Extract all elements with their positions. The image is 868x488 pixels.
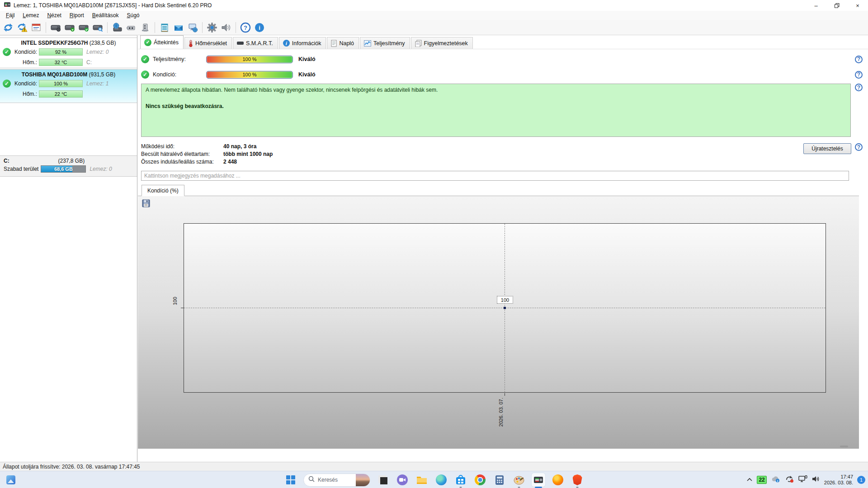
- taskbar-firefox-icon[interactable]: [551, 473, 565, 487]
- taskbar-paint-icon[interactable]: [512, 473, 526, 487]
- tray-temperature-badge[interactable]: 22: [757, 476, 766, 484]
- disk-search-icon[interactable]: [91, 21, 104, 34]
- svg-text:i: i: [777, 479, 778, 483]
- check-icon: ✓: [144, 39, 151, 46]
- connector-upright-icon[interactable]: [139, 21, 151, 34]
- search-icon: [308, 476, 315, 484]
- svg-text:?: ?: [244, 24, 247, 31]
- stat-label: Becsült hátralévő élettartam:: [141, 151, 223, 157]
- stat-value: több mint 1000 nap: [223, 151, 273, 157]
- status-bar: Állapot utoljára frissítve: 2026. 03. 08…: [0, 462, 868, 471]
- help-icon[interactable]: ?: [855, 71, 863, 79]
- taskbar-hdsentinel-icon[interactable]: [532, 473, 545, 487]
- help-icon[interactable]: ?: [855, 143, 863, 151]
- retest-button[interactable]: Újratesztelés: [803, 143, 851, 154]
- document-icon: [331, 40, 337, 47]
- network-disk-icon[interactable]: [111, 21, 123, 34]
- chart-scrollbar-thumb[interactable]: [840, 446, 848, 447]
- tray-sync-icon[interactable]: [785, 475, 794, 485]
- performance-bar: 100 %: [206, 56, 293, 63]
- menu-nezet[interactable]: Nézet: [43, 11, 65, 19]
- stat-label: Működési idő:: [141, 143, 223, 150]
- tab-naplo[interactable]: Napló: [327, 37, 359, 49]
- sound-speaker-icon[interactable]: [220, 21, 232, 34]
- mail-envelope-icon[interactable]: [172, 21, 185, 34]
- taskbar-file-explorer-icon[interactable]: [415, 473, 429, 487]
- taskbar-store-icon[interactable]: [454, 473, 467, 487]
- main-area: INTEL SSDPEKKF256G7H (238,5 GB) ✓ Kondíc…: [0, 35, 868, 462]
- health-text-box: A merevlemez állapota hibátlan. Nem talá…: [141, 84, 851, 137]
- menu-lemez[interactable]: Lemez: [19, 11, 43, 19]
- menu-beallitasok[interactable]: Beállítások: [88, 11, 123, 19]
- condition-bar: 92 %: [39, 48, 83, 56]
- refresh-alert-icon[interactable]: [16, 21, 28, 34]
- disk-arrow-icon[interactable]: [63, 21, 76, 34]
- taskbar-video-chat-icon[interactable]: [396, 473, 409, 487]
- info-icon[interactable]: i: [253, 21, 266, 34]
- taskbar-dark-app-icon[interactable]: [376, 473, 390, 487]
- condition-label: Kondíció:: [153, 71, 206, 78]
- start-button[interactable]: [284, 473, 297, 487]
- tray-chevron-icon[interactable]: [746, 476, 753, 484]
- tab-teljesitmeny[interactable]: Teljesítmény: [360, 37, 410, 49]
- tray-clock[interactable]: 17:47 2026. 03. 08.: [824, 474, 853, 486]
- disk-name: INTEL SSDPEKKF256G7H (238,5 GB): [0, 38, 137, 46]
- partition-letter: C:: [4, 158, 9, 164]
- minimize-button[interactable]: –: [806, 0, 826, 11]
- data-point-label: 100: [497, 296, 513, 304]
- restore-button[interactable]: [826, 0, 847, 11]
- tab-figyelmeztetesek[interactable]: Figyelmeztetések: [411, 37, 473, 49]
- menu-fajl[interactable]: Fájl: [2, 11, 19, 19]
- comment-input[interactable]: [141, 171, 849, 181]
- save-chart-icon[interactable]: [142, 199, 151, 208]
- help-icon[interactable]: ?: [855, 84, 863, 91]
- data-point: [504, 307, 506, 309]
- disk-panel-toshiba-selected[interactable]: TOSHIBA MQ01ABD100M (931,5 GB) ✓ Kondíci…: [0, 69, 137, 103]
- taskbar-brave-icon[interactable]: [571, 473, 584, 487]
- notification-badge[interactable]: 1: [857, 476, 865, 484]
- y-axis-tick-label: 100: [172, 297, 178, 305]
- x-axis-tick: [505, 393, 505, 396]
- temp-bar: 22 °C: [39, 90, 83, 98]
- menu-sugo[interactable]: Súgó: [123, 11, 143, 19]
- performance-row: ✓ Teljesítmény: 100 % Kiváló ?: [141, 54, 863, 65]
- tray-cloud-icon[interactable]: i: [771, 475, 781, 484]
- title-bar: Lemez: 1, TOSHIBA MQ01ABD100M [Z671SJX5S…: [0, 0, 868, 11]
- tray-network-icon[interactable]: [798, 475, 808, 484]
- tab-informaciok[interactable]: iInformációk: [279, 37, 326, 49]
- refresh-icon[interactable]: [2, 21, 14, 34]
- disk-ok-status-icon: ✓: [3, 80, 11, 88]
- tab-smart[interactable]: S.M.A.R.T.: [233, 37, 278, 49]
- taskbar-chrome-icon[interactable]: [473, 473, 487, 487]
- disk-panel-intel[interactable]: INTEL SSDPEKKF256G7H (238,5 GB) ✓ Kondíc…: [0, 38, 137, 68]
- toolbar-separator: [107, 22, 108, 33]
- connector-icon[interactable]: [125, 21, 137, 34]
- free-space-bar: 68,6 GB: [41, 165, 86, 173]
- disk-ok-icon[interactable]: [77, 21, 90, 34]
- report-window-icon[interactable]: [30, 21, 42, 34]
- menu-riport[interactable]: Riport: [66, 11, 88, 19]
- health-section: A merevlemez állapota hibátlan. Nem talá…: [141, 84, 863, 137]
- close-button[interactable]: ×: [847, 0, 868, 11]
- log-notepad-icon[interactable]: [158, 21, 171, 34]
- taskbar-search[interactable]: [303, 474, 370, 487]
- search-daily-image[interactable]: [356, 474, 370, 487]
- tab-attekintes[interactable]: ✓Áttekintés: [140, 35, 184, 49]
- status-text: Állapot utoljára frissítve: 2026. 03. 08…: [3, 464, 140, 470]
- taskbar-calculator-icon[interactable]: [493, 473, 506, 487]
- ok-icon: ✓: [141, 70, 149, 79]
- tab-homerseklet[interactable]: Hőmérséklet: [184, 37, 232, 49]
- taskbar-corner-widget-icon[interactable]: [5, 474, 17, 486]
- settings-gear-icon[interactable]: [206, 21, 218, 34]
- disk-info-icon[interactable]: [49, 21, 62, 34]
- help-icon[interactable]: ?: [239, 21, 252, 34]
- stat-label: Összes indulás/leállás száma:: [141, 159, 223, 165]
- search-input[interactable]: [318, 477, 356, 483]
- chart-tab-kondicio[interactable]: Kondíció (%): [142, 185, 184, 196]
- disk-ok-status-icon: ✓: [3, 48, 11, 56]
- partition-panel-c[interactable]: C: (237,8 GB) Szabad terület 68,6 GB Lem…: [0, 155, 137, 177]
- help-icon[interactable]: ?: [855, 56, 863, 63]
- taskbar-edge-icon[interactable]: [434, 473, 448, 487]
- tray-volume-icon[interactable]: [812, 475, 820, 484]
- network-computer-icon[interactable]: [186, 21, 199, 34]
